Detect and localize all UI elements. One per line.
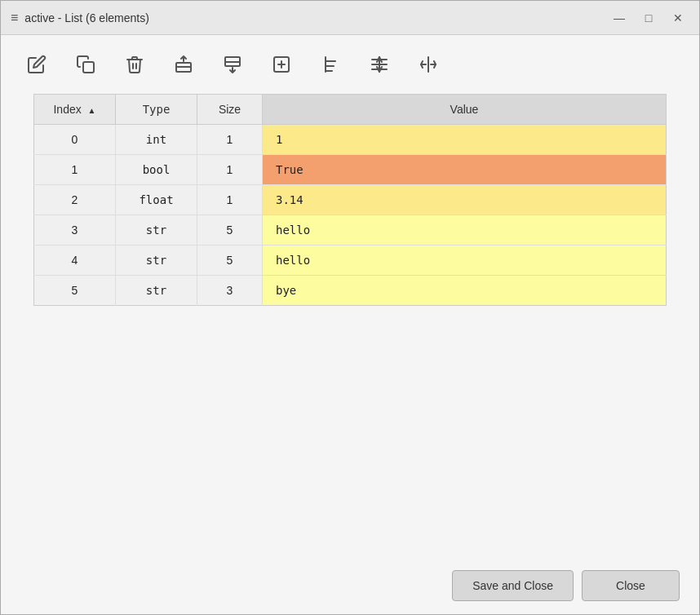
table-header-row: Index ▲ Type Size Value <box>34 95 667 125</box>
cell-size: 1 <box>197 155 263 185</box>
close-window-button[interactable]: ✕ <box>667 9 689 27</box>
insert-row-below-icon <box>223 55 242 74</box>
title-bar: ≡ active - List (6 elements) — □ ✕ <box>1 1 699 35</box>
split-icon <box>419 55 438 74</box>
cell-size: 1 <box>197 125 263 155</box>
table-row[interactable]: 1bool1True <box>34 155 667 185</box>
insert-row-above-icon <box>174 55 193 74</box>
cell-size: 3 <box>197 276 263 306</box>
cell-size: 5 <box>197 215 263 246</box>
cell-size: 5 <box>197 246 263 276</box>
cell-index: 1 <box>34 155 116 185</box>
cell-value[interactable]: hello <box>263 215 667 246</box>
window-title: active - List (6 elements) <box>24 11 608 24</box>
cell-type: str <box>116 276 197 306</box>
close-button[interactable]: Close <box>582 570 680 601</box>
title-bar-buttons: — □ ✕ <box>608 9 689 27</box>
svg-rect-0 <box>83 62 94 73</box>
main-window: ≡ active - List (6 elements) — □ ✕ <box>0 0 700 615</box>
copy-button[interactable] <box>69 48 102 81</box>
cell-type: str <box>116 246 197 276</box>
col-header-type[interactable]: Type <box>116 95 197 125</box>
add-button[interactable] <box>265 48 298 81</box>
sort-arrow-icon: ▲ <box>88 106 96 115</box>
edit-button[interactable] <box>20 48 53 81</box>
cell-index: 2 <box>34 185 116 215</box>
col-header-size[interactable]: Size <box>197 95 263 125</box>
tree-button[interactable] <box>314 48 347 81</box>
cell-value[interactable]: True <box>263 155 667 185</box>
cell-type: int <box>116 125 197 155</box>
cell-index: 3 <box>34 215 116 246</box>
toolbar <box>1 35 699 94</box>
cell-type: str <box>116 215 197 246</box>
cell-value[interactable]: 1 <box>263 125 667 155</box>
cell-value[interactable]: 3.14 <box>263 185 667 215</box>
table-container: Index ▲ Type Size Value 0int111bool1True… <box>1 94 699 557</box>
maximize-button[interactable]: □ <box>637 9 660 27</box>
center-icon <box>370 55 389 74</box>
delete-button[interactable] <box>118 48 151 81</box>
cell-type: float <box>116 185 197 215</box>
cell-index: 0 <box>34 125 116 155</box>
pencil-icon <box>27 55 47 74</box>
tree-icon <box>321 55 340 74</box>
table-row[interactable]: 4str5hello <box>34 246 667 276</box>
copy-icon <box>76 55 95 74</box>
cell-index: 4 <box>34 246 116 276</box>
cell-value[interactable]: bye <box>263 276 667 306</box>
cell-index: 5 <box>34 276 116 306</box>
col-header-index[interactable]: Index ▲ <box>34 95 116 125</box>
table-row[interactable]: 3str5hello <box>34 215 667 246</box>
data-table: Index ▲ Type Size Value 0int111bool1True… <box>33 94 667 306</box>
window-icon: ≡ <box>11 11 18 25</box>
table-row[interactable]: 0int11 <box>34 125 667 155</box>
plus-icon <box>272 55 291 74</box>
cell-value[interactable]: hello <box>263 246 667 276</box>
col-header-value[interactable]: Value <box>263 95 667 125</box>
trash-icon <box>125 55 144 74</box>
cell-type: bool <box>116 155 197 185</box>
table-row[interactable]: 5str3bye <box>34 276 667 306</box>
minimize-button[interactable]: — <box>608 9 631 27</box>
insert-row-above-button[interactable] <box>167 48 200 81</box>
split-button[interactable] <box>412 48 445 81</box>
insert-row-below-button[interactable] <box>216 48 249 81</box>
cell-size: 1 <box>197 185 263 215</box>
center-button[interactable] <box>363 48 396 81</box>
table-row[interactable]: 2float13.14 <box>34 185 667 215</box>
save-close-button[interactable]: Save and Close <box>452 570 574 601</box>
footer: Save and Close Close <box>1 557 699 614</box>
